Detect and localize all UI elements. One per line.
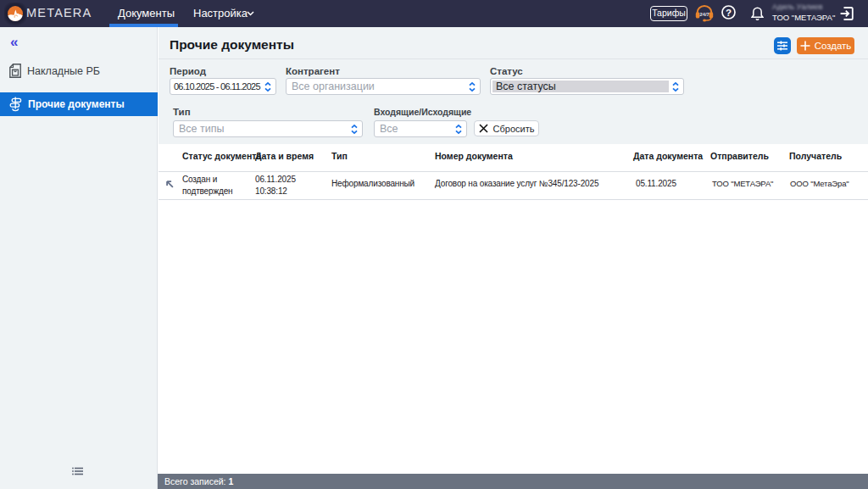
svg-text:24/7: 24/7 [699,12,709,17]
svg-text:?: ? [726,8,732,18]
